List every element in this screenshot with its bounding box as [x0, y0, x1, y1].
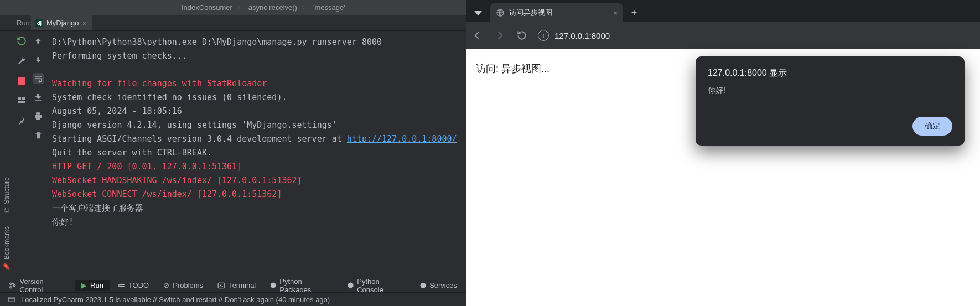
- scroll-down-icon[interactable]: [33, 54, 44, 65]
- svg-rect-0: [18, 77, 25, 85]
- problems-tool[interactable]: ⊘Problems: [157, 280, 210, 291]
- run-gutter-primary: [13, 31, 30, 278]
- page-content: 访问: 异步视图... 127.0.0.1:8000 显示 你好! 确定: [466, 49, 980, 306]
- svg-point-5: [10, 286, 12, 288]
- forward-icon[interactable]: [494, 29, 506, 42]
- breadcrumb-sep: 〉: [302, 3, 309, 13]
- wrench-icon[interactable]: [16, 55, 27, 66]
- console-line: 一个客户端连接了服务器: [52, 203, 143, 213]
- run-tabs-row: Run: dj MyDjango ×: [0, 15, 466, 31]
- site-info-icon[interactable]: i: [538, 30, 549, 41]
- browser-tab-active[interactable]: 访问异步视图 ×: [490, 3, 623, 22]
- page-text: 访问: 异步视图...: [476, 63, 549, 74]
- new-tab-button[interactable]: +: [626, 5, 642, 20]
- breadcrumb-part[interactable]: 'message': [309, 3, 350, 12]
- console-line: Django version 4.2.14, using settings 'M…: [52, 120, 337, 130]
- scroll-to-end-icon[interactable]: [33, 92, 44, 103]
- tab-search-dropdown[interactable]: [469, 4, 487, 22]
- browser-toolbar: i 127.0.0.1:8000: [466, 22, 980, 49]
- console-line: Starting ASGI/Channels version 3.0.4 dev…: [52, 134, 457, 144]
- terminal-tool[interactable]: Terminal: [211, 280, 262, 291]
- address-bar[interactable]: i 127.0.0.1:8000: [538, 30, 660, 41]
- svg-point-4: [10, 282, 12, 284]
- bookmark-icon: 🔖: [3, 263, 11, 271]
- console-line: System check identified no issues (0 sil…: [52, 92, 287, 102]
- console-line: WebSocket CONNECT /ws/index/ [127.0.0.1:…: [52, 189, 282, 199]
- close-icon[interactable]: ×: [613, 9, 618, 17]
- svg-rect-3: [18, 101, 25, 103]
- svg-rect-1: [18, 97, 21, 100]
- run-tool[interactable]: ▶Run: [75, 280, 110, 291]
- console-line: Performing system checks...: [52, 51, 187, 61]
- run-label: Run:: [0, 19, 31, 27]
- left-vertical-rail: ⌬ Structure 🔖 Bookmarks: [0, 31, 13, 278]
- status-bar: Localized PyCharm 2023.1.5 is available …: [0, 292, 466, 306]
- svg-rect-8: [9, 297, 15, 302]
- console-line: Watching for file changes with StatReloa…: [52, 79, 267, 89]
- breadcrumb: IndexConsumer 〉 async receive() 〉 'messa…: [0, 0, 466, 15]
- run-tab-label: MyDjango: [46, 19, 79, 27]
- breadcrumb-part[interactable]: async receive(): [244, 3, 302, 12]
- globe-icon: [496, 8, 505, 17]
- back-icon[interactable]: [471, 29, 484, 42]
- services-tool[interactable]: ⬣Services: [413, 280, 464, 291]
- close-icon[interactable]: ×: [82, 19, 87, 28]
- stop-icon[interactable]: [16, 75, 27, 86]
- console-line: August 05, 2024 - 18:05:16: [52, 106, 182, 116]
- run-gutter-secondary: [30, 31, 46, 278]
- ide-pane: IndexConsumer 〉 async receive() 〉 'messa…: [0, 0, 466, 306]
- dialog-title: 127.0.0.1:8000 显示: [708, 68, 952, 79]
- todo-tool[interactable]: ≔TODO: [111, 280, 155, 291]
- svg-rect-7: [218, 283, 225, 288]
- console-line: D:\Python\Python38\python.exe D:\MyDjang…: [52, 37, 382, 47]
- bookmarks-toolwindow-button[interactable]: 🔖 Bookmarks: [3, 226, 11, 271]
- django-icon: dj: [35, 19, 43, 27]
- js-alert-dialog: 127.0.0.1:8000 显示 你好! 确定: [696, 56, 965, 146]
- softwrap-icon[interactable]: [33, 73, 44, 84]
- dialog-ok-button[interactable]: 确定: [912, 117, 952, 136]
- pin-icon[interactable]: [16, 115, 27, 126]
- tab-title: 访问异步视图: [509, 8, 609, 18]
- run-tab-mydjango[interactable]: dj MyDjango ×: [31, 15, 92, 30]
- browser-tab-strip: 访问异步视图 × +: [466, 0, 980, 22]
- print-icon[interactable]: [33, 111, 44, 122]
- breadcrumb-part[interactable]: IndexConsumer: [177, 3, 237, 12]
- status-text[interactable]: Localized PyCharm 2023.1.5 is available …: [21, 295, 330, 304]
- breadcrumb-sep: 〉: [237, 3, 244, 13]
- console-line: HTTP GET / 200 [0.01, 127.0.0.1:51361]: [52, 162, 242, 172]
- layout-icon[interactable]: [16, 95, 27, 106]
- console-line: Quit the server with CTRL-BREAK.: [52, 148, 212, 158]
- svg-rect-2: [22, 97, 25, 100]
- console-output[interactable]: D:\Python\Python38\python.exe D:\MyDjang…: [46, 31, 466, 278]
- browser-pane: 访问异步视图 × + i 127.0.0.1:8000 访问: 异步视图...: [466, 0, 980, 306]
- console-line: 你好!: [52, 217, 74, 227]
- bottom-toolbar: Version Control ▶Run ≔TODO ⊘Problems Ter…: [0, 278, 466, 292]
- server-url-link[interactable]: http://127.0.0.1:8000/: [347, 134, 457, 144]
- dialog-body: 你好!: [708, 86, 952, 96]
- notification-icon[interactable]: [8, 295, 15, 303]
- url-text: 127.0.0.1:8000: [554, 31, 610, 40]
- structure-toolwindow-button[interactable]: ⌬ Structure: [3, 177, 11, 213]
- structure-icon: ⌬: [3, 208, 11, 213]
- console-line: WebSocket HANDSHAKING /ws/index/ [127.0.…: [52, 175, 302, 185]
- rerun-icon[interactable]: [16, 35, 27, 46]
- trash-icon[interactable]: [33, 129, 44, 141]
- scroll-up-icon[interactable]: [33, 35, 44, 46]
- reload-icon[interactable]: [516, 29, 528, 42]
